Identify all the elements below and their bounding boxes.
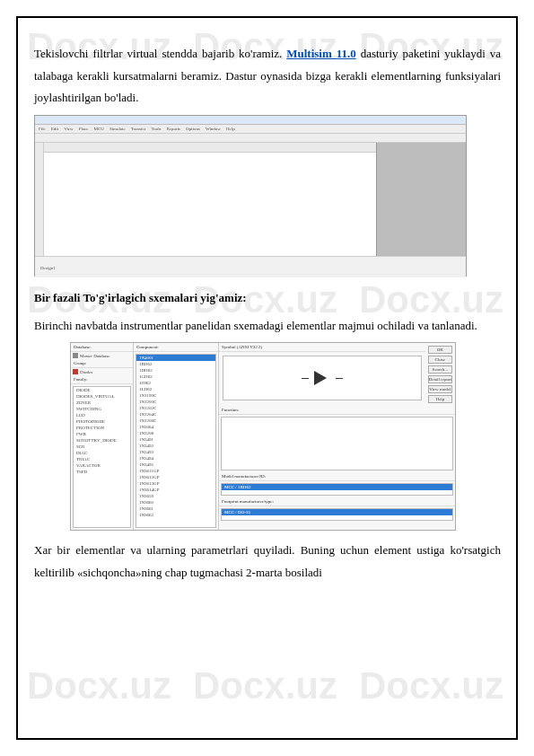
- family-list[interactable]: DIODE DIODES_VIRTUAL ZENER SWITCHING LED…: [73, 386, 131, 528]
- dialog-right-column: Symbol (ANSI Y32.2) OK Close Search... D…: [219, 343, 455, 530]
- list-item[interactable]: 1N1202C: [136, 405, 215, 411]
- list-item[interactable]: 1N3662: [136, 512, 215, 518]
- heading-2: Bir fazali To'g'irlagich sxemalari yig'a…: [34, 287, 501, 310]
- list-item[interactable]: SCR: [74, 444, 130, 450]
- text: Tekislovchi filtrlar virtual stendda baj…: [34, 47, 286, 60]
- symbol-preview: [223, 356, 422, 400]
- list-item[interactable]: DIODE: [74, 387, 130, 393]
- design-tab[interactable]: Design1: [35, 264, 61, 272]
- multisim-link[interactable]: Multisim 11.0: [286, 47, 356, 60]
- screenshot-component-dialog: Database: Master Database Group: Diodes …: [70, 342, 456, 531]
- function-box: [221, 417, 453, 470]
- list-item[interactable]: 1BH62: [136, 361, 215, 367]
- list-item[interactable]: 1N3208: [136, 430, 215, 436]
- menu-item[interactable]: Reports: [166, 127, 180, 131]
- list-item[interactable]: LED: [74, 412, 130, 418]
- diode-icon: [73, 369, 78, 374]
- ok-button[interactable]: OK: [428, 346, 452, 354]
- screenshot-multisim-window: File Edit View Place MCU Simulate Transf…: [34, 115, 467, 277]
- list-item[interactable]: VARACTOR: [74, 462, 130, 469]
- list-item[interactable]: TSPD: [74, 469, 130, 475]
- db-item[interactable]: Master Database: [71, 352, 133, 359]
- dialog-buttons: OK Close Search... Detail report View mo…: [425, 343, 455, 406]
- list-item[interactable]: 1GH62: [136, 374, 215, 380]
- close-button[interactable]: Close: [428, 356, 452, 364]
- label-database: Database:: [71, 343, 133, 352]
- diode-symbol-icon: [309, 370, 336, 386]
- list-item[interactable]: 1N3493: [136, 449, 215, 455]
- text: Master Database: [80, 354, 109, 358]
- list-item[interactable]: 1N4001: [136, 355, 215, 361]
- list-item[interactable]: 1N1200C: [136, 399, 215, 405]
- list-item[interactable]: 1N3660: [136, 499, 215, 505]
- list-item[interactable]: FWB: [74, 431, 130, 437]
- footprint-list[interactable]: MCC / DO-35: [221, 508, 453, 521]
- list-item[interactable]: 1DH62: [136, 367, 215, 374]
- detail-report-button[interactable]: Detail report: [428, 375, 452, 383]
- list-item[interactable]: 1N3614GP: [136, 487, 215, 493]
- list-item[interactable]: 1N3611GP: [136, 468, 215, 474]
- page-content: Tekislovchi filtrlar virtual stendda baj…: [34, 43, 501, 590]
- label-family: Family:: [71, 375, 133, 384]
- list-item[interactable]: PROTECTION: [74, 425, 130, 431]
- dialog-component-column: Component: 1N4001 1BH62 1DH62 1GH62 1JH6…: [134, 343, 219, 530]
- list-item[interactable]: 1N3492: [136, 443, 215, 449]
- label-group: Group:: [71, 359, 133, 368]
- list-item[interactable]: SWITCHING: [74, 406, 130, 412]
- menu-item[interactable]: View: [64, 127, 74, 131]
- list-item[interactable]: DIAC: [74, 450, 130, 456]
- menu-item[interactable]: Simulate: [109, 127, 126, 131]
- menu-item[interactable]: MCU: [93, 127, 103, 131]
- list-item[interactable]: SCHOTTKY_DIODE: [74, 437, 130, 444]
- list-item[interactable]: 1N3613GP: [136, 480, 215, 487]
- group-select[interactable]: Diodes: [71, 368, 133, 375]
- menu-item[interactable]: Edit: [51, 127, 58, 131]
- paragraph-1: Tekislovchi filtrlar virtual stendda baj…: [34, 43, 501, 110]
- list-item[interactable]: 1N3491: [136, 436, 215, 443]
- list-item[interactable]: 1N3494: [136, 455, 215, 462]
- label-footprint: Footprint manufacturer/type:: [219, 497, 455, 506]
- list-item[interactable]: ZENER: [74, 400, 130, 406]
- menu-item[interactable]: Place: [79, 127, 89, 131]
- menu-item[interactable]: Tools: [151, 127, 161, 131]
- menu-item[interactable]: Options: [186, 127, 200, 131]
- list-item[interactable]: 1N1206C: [136, 418, 215, 424]
- instruments-panel: [376, 143, 466, 256]
- label-component: Component:: [134, 343, 218, 352]
- list-item[interactable]: 1LH62: [136, 386, 215, 392]
- list-item[interactable]: PHOTODIODE: [74, 418, 130, 425]
- list-item[interactable]: 1N1199C: [136, 392, 215, 399]
- label-symbol: Symbol (ANSI Y32.2): [219, 343, 425, 352]
- db-icon: [73, 353, 78, 358]
- window-titlebar: [35, 116, 466, 125]
- paragraph-3: Xar bir elementlar va ularning parametrl…: [34, 540, 501, 584]
- component-list[interactable]: 1N4001 1BH62 1DH62 1GH62 1JH62 1LH62 1N1…: [136, 354, 216, 528]
- menu-item[interactable]: Window: [206, 127, 221, 131]
- design-canvas[interactable]: [44, 143, 376, 256]
- toolbar: [35, 134, 466, 143]
- search-button[interactable]: Search...: [428, 365, 452, 374]
- list-item[interactable]: DIODES_VIRTUAL: [74, 393, 130, 400]
- menu-item[interactable]: Help: [226, 127, 235, 131]
- list-item[interactable]: 1JH62: [136, 380, 215, 386]
- list-item[interactable]: MCC / DO-35: [222, 509, 452, 515]
- list-item[interactable]: 1N1204C: [136, 411, 215, 418]
- menu-item[interactable]: File: [39, 127, 46, 131]
- list-item[interactable]: 1N3064: [136, 424, 215, 430]
- list-item[interactable]: MCC / 1BH62: [222, 484, 452, 490]
- dialog-left-column: Database: Master Database Group: Diodes …: [71, 343, 134, 530]
- help-button[interactable]: Help: [428, 395, 452, 403]
- list-item[interactable]: 1N3661: [136, 505, 215, 512]
- menu-item[interactable]: Transfer: [131, 127, 146, 131]
- ruler-vertical: [35, 143, 44, 256]
- label-model: Model manufacturer/ID:: [219, 472, 455, 481]
- list-item[interactable]: 1N3495: [136, 462, 215, 468]
- view-model-button[interactable]: View model: [428, 385, 452, 393]
- model-list[interactable]: MCC / 1BH62: [221, 483, 453, 496]
- list-item[interactable]: 1N3612GP: [136, 474, 215, 480]
- list-item[interactable]: TRIAC: [74, 456, 130, 462]
- text: Diodes: [80, 370, 92, 374]
- list-item[interactable]: 1N3659: [136, 493, 215, 499]
- label-function: Function:: [219, 406, 455, 415]
- paragraph-2: Birinchi navbatda instrumentlar panelida…: [34, 315, 501, 338]
